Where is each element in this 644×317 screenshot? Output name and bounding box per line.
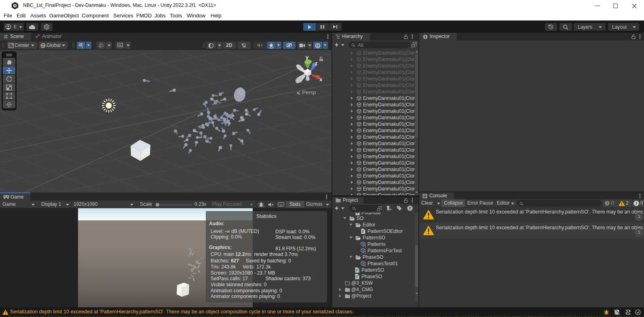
svg-text:{}: {}	[363, 264, 367, 267]
svg-text:#: #	[356, 268, 358, 273]
svg-text:{}: {}	[363, 251, 367, 254]
svg-text:Y: Y	[81, 46, 83, 48]
svg-text:#: #	[362, 229, 364, 234]
svg-text:{}: {}	[363, 244, 367, 248]
svg-text:z: z	[315, 60, 318, 66]
svg-text:x: x	[319, 76, 323, 82]
svg-text:y: y	[306, 54, 309, 60]
svg-text:#: #	[356, 275, 358, 279]
